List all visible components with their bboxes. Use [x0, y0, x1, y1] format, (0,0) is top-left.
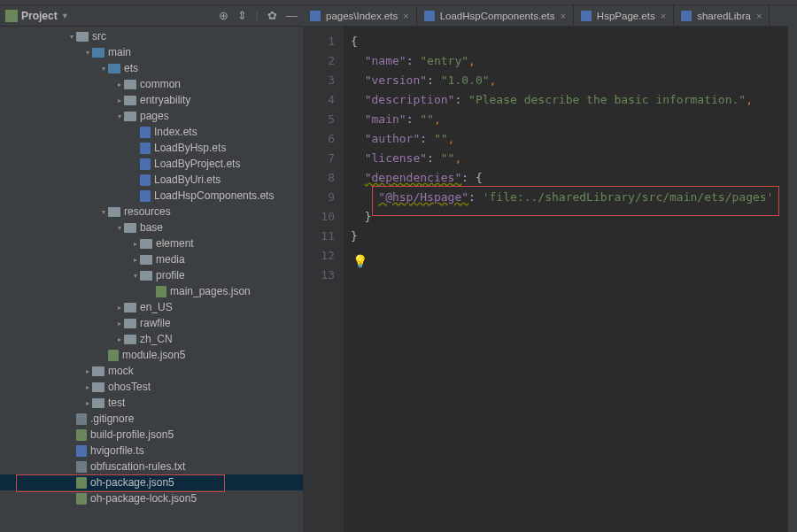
tree-item-label: entryability: [140, 94, 190, 106]
close-icon[interactable]: ×: [403, 11, 408, 21]
tree-file[interactable]: obfuscation-rules.txt: [0, 459, 303, 474]
folder-icon: [108, 64, 120, 73]
file-icon: [581, 11, 592, 21]
file-icon: [140, 143, 151, 154]
tree-file[interactable]: module.json5: [0, 347, 303, 363]
tree-file[interactable]: oh-package-lock.json5: [0, 490, 303, 506]
project-title[interactable]: Project: [21, 10, 58, 22]
tree-folder[interactable]: ▸zh_CN: [0, 331, 303, 347]
tree-file[interactable]: build-profile.json5: [0, 427, 303, 443]
chevron-icon[interactable]: ▾: [83, 49, 92, 57]
chevron-icon[interactable]: ▸: [115, 81, 124, 89]
editor-pane: pages\Index.ets×LoadHspComponents.ets×Hs…: [303, 5, 797, 532]
tree-item-label: common: [140, 78, 181, 90]
tree-file[interactable]: hvigorfile.ts: [0, 443, 303, 459]
tree-file[interactable]: LoadByProject.ets: [0, 156, 303, 172]
tree-file[interactable]: main_pages.json: [0, 283, 303, 299]
chevron-icon[interactable]: ▸: [115, 304, 124, 312]
tree-folder[interactable]: ▾ets: [0, 60, 303, 76]
tree-folder[interactable]: ▾main: [0, 44, 303, 60]
tree-folder[interactable]: ▸media: [0, 251, 303, 267]
file-icon: [310, 11, 321, 21]
tree-item-label: mock: [108, 365, 134, 377]
chevron-icon[interactable]: ▸: [131, 256, 140, 264]
tree-file[interactable]: oh-package.json5: [0, 474, 303, 490]
editor-tab[interactable]: pages\Index.ets×: [303, 5, 417, 26]
divider: |: [256, 9, 259, 22]
hide-icon[interactable]: —: [286, 9, 298, 22]
tree-item-label: element: [156, 237, 194, 250]
tree-folder[interactable]: ▸test: [0, 395, 303, 411]
file-icon: [140, 127, 151, 138]
tree-item-label: hvigorfile.ts: [90, 444, 144, 457]
tree-folder[interactable]: ▸ohosTest: [0, 379, 303, 395]
tree-item-label: LoadByUri.ets: [154, 173, 221, 186]
tree-folder[interactable]: ▸entryability: [0, 92, 303, 108]
chevron-icon[interactable]: ▾: [99, 208, 108, 216]
tree-folder[interactable]: ▾base: [0, 220, 303, 235]
chevron-icon[interactable]: ▸: [83, 367, 92, 375]
gutter: 12345678910111213: [303, 27, 344, 532]
project-tree[interactable]: ▾src▾main▾ets▸common▸entryability▾pagesI…: [0, 27, 303, 532]
line-number: 1: [303, 32, 335, 51]
line-number: 3: [303, 71, 335, 90]
folder-icon: [124, 319, 136, 328]
chevron-icon[interactable]: ▾: [67, 33, 76, 41]
file-icon: [140, 174, 151, 186]
editor-tab[interactable]: sharedLibra×: [674, 5, 770, 26]
tree-item-label: oh-package-lock.json5: [90, 492, 197, 505]
folder-icon: [92, 48, 104, 58]
tree-folder[interactable]: ▸mock: [0, 363, 303, 379]
chevron-icon[interactable]: ▸: [83, 399, 92, 407]
tree-item-label: LoadHspComponents.ets: [154, 189, 274, 202]
code-area[interactable]: 12345678910111213 { "name": "entry", "ve…: [303, 27, 797, 532]
tree-file[interactable]: Index.ets: [0, 124, 303, 140]
line-number: 13: [303, 266, 335, 285]
chevron-icon[interactable]: ▸: [115, 320, 124, 328]
chevron-icon[interactable]: ▸: [83, 383, 92, 391]
file-icon: [76, 493, 87, 505]
tree-folder[interactable]: ▸en_US: [0, 299, 303, 315]
chevron-icon[interactable]: ▸: [115, 335, 124, 343]
close-icon[interactable]: ×: [560, 11, 565, 21]
lightbulb-icon[interactable]: 💡: [352, 251, 368, 271]
tree-item-label: profile: [156, 269, 185, 281]
folder-icon: [124, 223, 136, 233]
editor-tab[interactable]: LoadHspComponents.ets×: [417, 5, 574, 26]
chevron-down-icon[interactable]: ▼: [61, 12, 69, 20]
tree-folder[interactable]: ▸common: [0, 76, 303, 92]
tree-folder[interactable]: ▾src: [0, 28, 303, 44]
tree-file[interactable]: LoadByHsp.ets: [0, 140, 303, 156]
tree-folder[interactable]: ▸rawfile: [0, 315, 303, 331]
chevron-icon[interactable]: ▾: [131, 272, 140, 280]
tree-folder[interactable]: ▸element: [0, 235, 303, 251]
file-icon: [76, 413, 87, 425]
tree-item-label: ets: [124, 62, 138, 74]
folder-icon: [108, 207, 120, 217]
chevron-icon[interactable]: ▾: [115, 112, 124, 120]
chevron-icon[interactable]: ▾: [115, 224, 124, 232]
expand-icon[interactable]: ⇕: [237, 9, 247, 22]
tree-folder[interactable]: ▾resources: [0, 204, 303, 220]
tree-folder[interactable]: ▾pages: [0, 108, 303, 124]
line-number: 9: [303, 188, 335, 207]
chevron-icon[interactable]: ▾: [99, 65, 108, 73]
code-content[interactable]: { "name": "entry", "version": "1.0.0", "…: [344, 27, 797, 532]
chevron-icon[interactable]: ▸: [131, 240, 140, 248]
line-number: 5: [303, 110, 335, 129]
tree-file[interactable]: LoadHspComponents.ets: [0, 188, 303, 204]
tree-folder[interactable]: ▾profile: [0, 267, 303, 283]
chevron-icon[interactable]: ▸: [115, 96, 124, 104]
tree-file[interactable]: LoadByUri.ets: [0, 172, 303, 188]
settings-icon[interactable]: ✿: [267, 9, 277, 22]
project-sidebar: Project ▼ ⊕ ⇕ | ✿ — ▾src▾main▾ets▸common…: [0, 5, 303, 532]
editor-scrollbar[interactable]: [788, 21, 797, 532]
tree-file[interactable]: .gitignore: [0, 411, 303, 427]
tab-label: sharedLibra: [697, 11, 751, 21]
close-icon[interactable]: ×: [756, 11, 762, 21]
editor-tab[interactable]: HspPage.ets×: [574, 5, 674, 26]
tab-label: LoadHspComponents.ets: [440, 11, 555, 21]
close-icon[interactable]: ×: [661, 11, 666, 21]
select-opened-icon[interactable]: ⊕: [219, 9, 228, 22]
folder-icon: [124, 80, 136, 89]
